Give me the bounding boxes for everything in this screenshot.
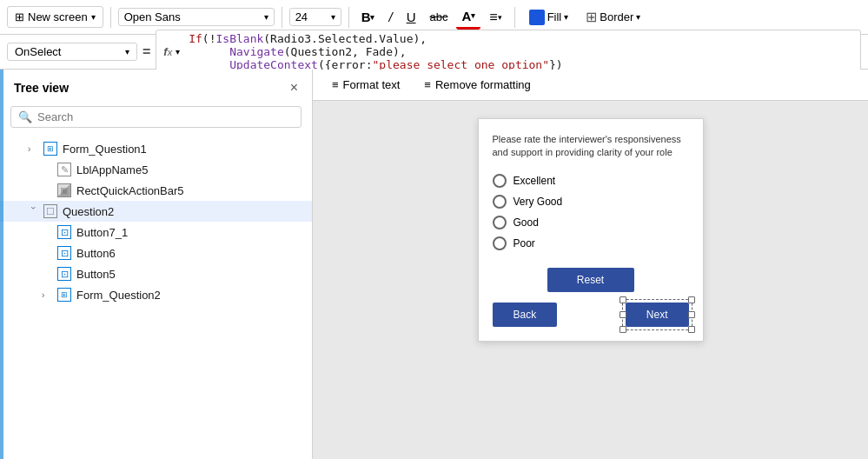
remove-formatting-icon: ≡ (424, 78, 431, 91)
new-screen-label: New screen (28, 10, 88, 23)
radio-item-excellent[interactable]: Excellent (493, 174, 689, 188)
property-label: OnSelect (15, 45, 61, 58)
tree-header: Tree view × (0, 70, 312, 103)
font-name-label: Open Sans (124, 10, 181, 23)
tree-item-rectquickactionbar5[interactable]: › ▣ RectQuickActionBar5 (0, 180, 312, 201)
reset-button[interactable]: Reset (547, 268, 634, 292)
tree-item-button6[interactable]: › ⊡ Button6 (0, 243, 312, 263)
new-screen-icon: ⊞ (15, 10, 24, 23)
formula-code[interactable]: If(!IsBlank(Radio3.Selected.Value), Navi… (189, 32, 853, 71)
new-screen-chevron: ▾ (91, 12, 96, 22)
fill-color-indicator (529, 10, 545, 25)
radio-item-good[interactable]: Good (493, 216, 689, 230)
app-screen: Please rate the interviewer's responsive… (478, 118, 704, 342)
tree-label-button6: Button6 (76, 247, 116, 260)
remove-formatting-label: Remove formatting (435, 78, 531, 91)
lblappname5-icon: ✎ (57, 163, 71, 176)
font-selector-chevron: ▾ (264, 12, 268, 22)
radio-circle-poor (493, 236, 507, 250)
tree-item-lblappname5[interactable]: › ✎ LblAppName5 (0, 159, 312, 180)
fx-label: fx (163, 45, 172, 58)
radio-circle-verygood (493, 195, 507, 209)
property-selector[interactable]: OnSelect ▾ (7, 43, 137, 61)
nav-buttons: Back Next (493, 303, 689, 327)
format-text-button[interactable]: ≡ Format text (320, 75, 412, 95)
radio-item-verygood[interactable]: Very Good (493, 195, 689, 209)
side-indicator (0, 70, 3, 459)
toolbar-divider-4 (514, 7, 515, 28)
search-input[interactable] (37, 110, 294, 123)
tree-item-form-question2[interactable]: › ⊞ Form_Question2 (0, 284, 312, 305)
radio-circle-good (493, 216, 507, 230)
tree-label-question2: Question2 (63, 205, 114, 218)
form-question2-icon: ⊞ (57, 288, 71, 302)
align-button[interactable]: ≡▾ (484, 6, 507, 29)
handle-bottom-left[interactable] (620, 326, 626, 333)
fill-button[interactable]: Fill ▾ (522, 6, 576, 29)
expand-arrow-question2: › (29, 206, 38, 216)
formula-bar: OnSelect ▾ = fx ▾ If(!IsBlank(Radio3.Sel… (0, 35, 868, 70)
tree-view-title: Tree view (14, 81, 69, 95)
tree-label-form-question1: Form_Question1 (63, 143, 147, 156)
handle-bottom-right[interactable] (688, 326, 695, 333)
button5-icon: ⊡ (57, 267, 71, 281)
font-color-button[interactable]: A▾ (456, 5, 480, 30)
next-button[interactable]: Next (626, 303, 689, 327)
bold-button[interactable]: B▾ (356, 6, 381, 28)
radio-circle-excellent (493, 174, 507, 188)
font-size-chevron: ▾ (331, 12, 335, 22)
tree-label-lblappname5: LblAppName5 (76, 163, 148, 176)
border-chevron: ▾ (636, 12, 640, 22)
tree-item-button7-1[interactable]: › ⊡ Button7_1 (0, 222, 312, 243)
radio-label-verygood: Very Good (514, 196, 563, 208)
formula-input[interactable]: fx ▾ If(!IsBlank(Radio3.Selected.Value),… (156, 30, 861, 74)
search-icon: 🔍 (18, 110, 32, 123)
format-text-label: Format text (343, 78, 401, 91)
rectquickactionbar5-icon: ▣ (57, 183, 71, 197)
format-text-icon: ≡ (332, 78, 339, 91)
border-icon: ⊞ (586, 9, 597, 25)
tree-label-form-question2: Form_Question2 (76, 289, 161, 302)
form-question1-icon: ⊞ (43, 142, 57, 156)
left-panel: Tree view × 🔍 › ⊞ Form_Question1 › ✎ Lbl… (0, 70, 313, 459)
expand-arrow-form-question2: › (42, 290, 52, 300)
equals-sign: = (142, 44, 150, 60)
question2-icon: ☐ (43, 204, 57, 218)
tree-item-button5[interactable]: › ⊡ Button5 (0, 263, 312, 284)
underline-button[interactable]: U (401, 6, 421, 28)
canvas-area: Please rate the interviewer's responsive… (313, 101, 868, 459)
radio-label-good: Good (514, 216, 539, 229)
remove-formatting-button[interactable]: ≡ Remove formatting (412, 75, 542, 95)
handle-top-right[interactable] (688, 296, 695, 303)
tree-close-button[interactable]: × (290, 80, 298, 96)
right-panel: ≡ Format text ≡ Remove formatting Please… (313, 70, 868, 459)
tree-content: › ⊞ Form_Question1 › ✎ LblAppName5 › ▣ R… (0, 135, 312, 459)
radio-label-poor: Poor (514, 237, 535, 249)
new-screen-button[interactable]: ⊞ New screen ▾ (7, 6, 103, 28)
search-box[interactable]: 🔍 (10, 106, 301, 128)
handle-middle-right[interactable] (688, 311, 695, 318)
fill-chevron: ▾ (564, 12, 568, 22)
format-bar: ≡ Format text ≡ Remove formatting (313, 70, 868, 101)
fill-label: Fill (547, 10, 562, 23)
font-selector[interactable]: Open Sans ▾ (118, 8, 275, 26)
border-button[interactable]: ⊞ Border ▾ (579, 5, 647, 29)
italic-button[interactable]: / (383, 6, 397, 28)
tree-label-button7-1: Button7_1 (76, 226, 128, 239)
font-size-selector[interactable]: 24 ▾ (289, 8, 341, 26)
tree-label-button5: Button5 (76, 268, 116, 281)
back-button[interactable]: Back (493, 303, 558, 327)
tree-item-form-question1[interactable]: › ⊞ Form_Question1 (0, 138, 312, 159)
radio-group: Excellent Very Good Good Poor (493, 174, 689, 250)
radio-item-poor[interactable]: Poor (493, 236, 689, 250)
question-text: Please rate the interviewer's responsive… (493, 133, 689, 160)
tree-label-rectquickactionbar5: RectQuickActionBar5 (76, 184, 184, 197)
toolbar-divider-3 (348, 7, 349, 28)
border-label: Border (600, 10, 633, 23)
property-chevron: ▾ (125, 47, 129, 57)
toolbar-divider-1 (110, 7, 111, 28)
tree-item-question2[interactable]: › ☐ Question2 (0, 201, 312, 222)
button6-icon: ⊡ (57, 246, 71, 260)
radio-label-excellent: Excellent (514, 175, 556, 187)
strikethrough-button[interactable]: abc (425, 7, 454, 27)
